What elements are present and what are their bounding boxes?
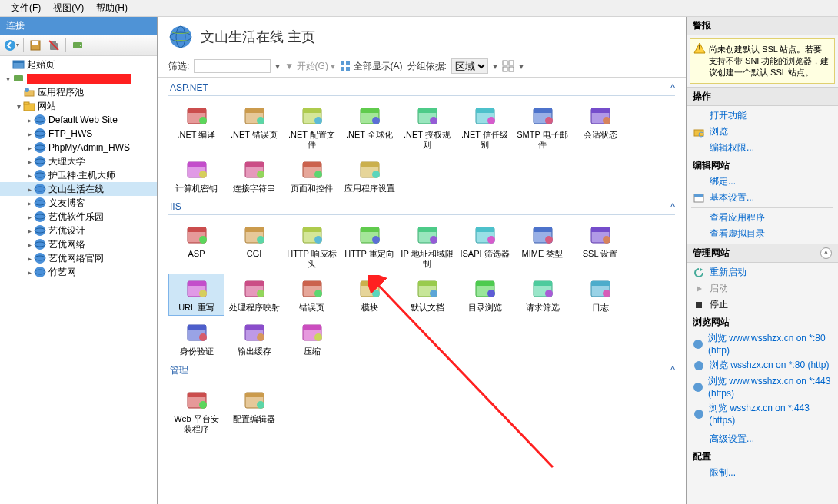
svg-point-97: [372, 236, 380, 244]
filter-bar: 筛选: ▾ ▼ 开始(G) ▾ 全部显示(A) 分组依据: 区域 ▾ ▾: [158, 55, 686, 78]
action-basic[interactable]: 基本设置...: [687, 190, 838, 206]
collapse-icon[interactable]: ^: [820, 247, 832, 259]
tree-start-page[interactable]: 起始页: [0, 58, 157, 71]
action-stop[interactable]: 停止: [687, 297, 838, 313]
group-aspnet[interactable]: ASP.NET^: [168, 78, 675, 96]
tree-site-item[interactable]: ▸大理大学: [0, 154, 157, 168]
action-limits[interactable]: 限制...: [687, 465, 838, 481]
tree-site-item[interactable]: ▸PhpMyAdmin_HWS: [0, 141, 157, 154]
svg-rect-144: [188, 393, 206, 397]
svg-point-127: [487, 290, 495, 297]
feature-item[interactable]: HTTP 响应标头: [284, 220, 340, 272]
svg-point-60: [372, 117, 380, 124]
feature-item[interactable]: 请求筛选: [514, 274, 570, 316]
group-iis[interactable]: IIS^: [168, 197, 675, 215]
svg-rect-114: [245, 281, 264, 286]
tree-site-item[interactable]: ▸艺优网络官网: [0, 251, 157, 265]
feature-item[interactable]: IP 地址和域限制: [399, 220, 455, 272]
feature-item[interactable]: 计算机密钥: [168, 154, 224, 197]
feature-item[interactable]: 默认文档: [399, 274, 455, 316]
menu-view[interactable]: 视图(V): [47, 0, 90, 16]
feature-item[interactable]: 身份验证: [168, 317, 224, 360]
action-browse-2[interactable]: 浏览 wsshzx.cn on *:80 (http): [687, 357, 838, 373]
feature-item[interactable]: URL 重写: [168, 274, 224, 316]
action-browse-3[interactable]: 浏览 www.wsshzx.cn on *:443 (https): [687, 373, 838, 400]
show-all[interactable]: 全部显示(A): [340, 60, 402, 73]
feature-label: ASP: [188, 249, 205, 259]
connections-panel: 连接 ▾ 起始页 ▾ 应用程序池: [0, 17, 158, 504]
feature-item[interactable]: .NET 信任级别: [457, 101, 513, 153]
feature-item[interactable]: ASP: [168, 220, 224, 272]
feature-item[interactable]: 配置编辑器: [226, 385, 282, 437]
tree-site-item[interactable]: ▸护卫神·主机大师: [0, 168, 157, 182]
action-advanced[interactable]: 高级设置...: [687, 431, 838, 447]
feature-item[interactable]: MIME 类型: [514, 220, 570, 272]
svg-point-145: [199, 401, 207, 409]
ssl-alert: ! 尚未创建默认 SSL 站点。若要支持不带 SNI 功能的浏览器，建议创建一个…: [690, 38, 835, 84]
feature-item[interactable]: 输出缓存: [226, 317, 282, 360]
tree-site-item[interactable]: ▸竹艺网: [0, 265, 157, 279]
feature-label: Web 平台安装程序: [170, 414, 223, 434]
menu-file[interactable]: 文件(F): [5, 0, 47, 16]
feature-view: ASP.NET^ .NET 编译.NET 错误页.NET 配置文件.NET 全球…: [158, 78, 686, 504]
tree-site-item[interactable]: ▸艺优网络: [0, 237, 157, 251]
server-icon[interactable]: [69, 37, 86, 54]
action-restart[interactable]: 重新启动: [687, 264, 838, 280]
feature-item[interactable]: Web 平台安装程序: [168, 385, 224, 437]
feature-item[interactable]: .NET 授权规则: [399, 101, 455, 153]
edit-site-label: 编辑网站: [687, 156, 838, 174]
action-open-feature[interactable]: 打开功能: [687, 108, 838, 124]
feature-item[interactable]: 应用程序设置: [341, 154, 397, 197]
svg-rect-9: [14, 75, 23, 81]
svg-rect-147: [245, 393, 264, 397]
feature-item[interactable]: 会话状态: [572, 101, 628, 153]
feature-item[interactable]: 目录浏览: [457, 274, 513, 316]
tree-app-pools[interactable]: 应用程序池: [0, 85, 157, 99]
feature-item[interactable]: ISAPI 筛选器: [457, 220, 513, 272]
action-bindings[interactable]: 绑定...: [687, 174, 838, 190]
tree-site-item[interactable]: ▸艺优设计: [0, 224, 157, 237]
group-by-select[interactable]: 区域: [451, 58, 488, 74]
feature-item[interactable]: .NET 错误页: [226, 101, 282, 153]
action-explore[interactable]: 浏览: [687, 124, 838, 140]
feature-item[interactable]: .NET 全球化: [341, 101, 397, 153]
feature-item[interactable]: .NET 配置文件: [284, 101, 340, 153]
menu-help[interactable]: 帮助(H): [90, 0, 134, 16]
filter-start: ▼ 开始(G) ▾: [284, 60, 335, 73]
feature-item[interactable]: 压缩: [284, 317, 340, 360]
delete-icon[interactable]: [45, 37, 62, 54]
action-browse-1[interactable]: 浏览 www.wsshzx.cn on *:80 (http): [687, 330, 838, 357]
feature-item[interactable]: HTTP 重定向: [341, 220, 397, 272]
svg-rect-65: [476, 108, 494, 113]
feature-icon: [530, 277, 555, 301]
view-mode-icon[interactable]: [502, 60, 514, 72]
feature-item[interactable]: SSL 设置: [572, 220, 628, 272]
tree-site-item[interactable]: ▸文山生活在线: [0, 182, 157, 196]
group-mgmt[interactable]: 管理^: [168, 360, 675, 380]
svg-point-11: [25, 88, 29, 92]
action-edit-perm[interactable]: 编辑权限...: [687, 140, 838, 156]
tree-sites[interactable]: ▾ 网站: [0, 99, 157, 113]
tree-site-item[interactable]: ▸FTP_HWS: [0, 127, 157, 141]
action-browse-4[interactable]: 浏览 wsshzx.cn on *:443 (https): [687, 400, 838, 427]
feature-item[interactable]: SMTP 电子邮件: [514, 101, 570, 153]
feature-item[interactable]: 处理程序映射: [226, 274, 282, 316]
feature-item[interactable]: 模块: [341, 274, 397, 316]
tree-site-item[interactable]: ▸义友博客: [0, 196, 157, 210]
feature-item[interactable]: 页面和控件: [284, 154, 340, 197]
back-icon[interactable]: ▾: [3, 37, 20, 54]
feature-item[interactable]: CGI: [226, 220, 282, 272]
filter-input[interactable]: [194, 59, 271, 73]
tree-server[interactable]: ▾: [0, 71, 157, 85]
action-view-vdirs[interactable]: 查看虚拟目录: [687, 226, 838, 242]
tree-site-item[interactable]: ▸艺优软件乐园: [0, 210, 157, 224]
tree-site-item[interactable]: ▸Default Web Site: [0, 113, 157, 127]
feature-item[interactable]: 日志: [572, 274, 628, 316]
action-view-apps[interactable]: 查看应用程序: [687, 210, 838, 226]
feature-icon: [300, 158, 324, 182]
feature-item[interactable]: 错误页: [284, 274, 340, 316]
feature-item[interactable]: 连接字符串: [226, 154, 282, 197]
feature-item[interactable]: .NET 编译: [168, 101, 224, 153]
save-icon[interactable]: [27, 37, 44, 54]
svg-point-109: [603, 236, 610, 244]
